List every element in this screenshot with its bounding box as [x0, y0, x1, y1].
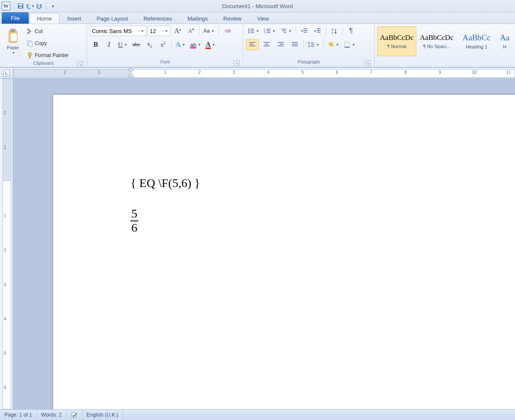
multilevel-icon [280, 28, 287, 34]
shading-button[interactable]: ▼ [326, 39, 341, 50]
numbering-button[interactable]: 123▼ [262, 25, 277, 36]
eraser-icon: A [223, 27, 231, 35]
group-clipboard: Paste ▼ Cut Copy Format Painter [0, 24, 87, 67]
group-paragraph: ▼ 123▼ ▼ AZ ¶ ▼ [243, 24, 375, 67]
increase-indent-button[interactable] [312, 25, 324, 36]
tab-page-layout[interactable]: Page Layout [89, 13, 135, 24]
word-icon: W [2, 2, 10, 10]
page[interactable]: { EQ \F(5,6) } 5 6 [53, 95, 515, 409]
tab-insert[interactable]: Insert [60, 13, 89, 24]
fraction[interactable]: 5 6 [130, 207, 138, 235]
strikethrough-button[interactable]: abc [130, 39, 142, 50]
highlight-button[interactable]: ab▼ [188, 39, 203, 50]
indent-icon [314, 28, 321, 34]
align-left-button[interactable] [246, 39, 259, 50]
paste-button[interactable]: Paste ▼ [3, 25, 23, 58]
subscript-button[interactable]: x2 [144, 39, 156, 50]
font-color-icon: A [206, 41, 211, 48]
font-size-combo[interactable]: ▼ [148, 26, 170, 36]
title-bar: W ▼ ▾ Document1 - Microsoft Word [0, 0, 515, 12]
bullets-button[interactable]: ▼ [246, 25, 261, 36]
italic-button[interactable]: I [103, 39, 115, 50]
font-color-button[interactable]: A▼ [204, 39, 217, 50]
dropdown-icon: ▼ [12, 51, 15, 55]
field-code-text[interactable]: { EQ \F(5,6) } [130, 176, 200, 190]
status-language[interactable]: English (U.K.) [82, 410, 123, 420]
word-window: W ▼ ▾ Document1 - Microsoft Word File Ho… [0, 0, 515, 420]
fraction-numerator: 5 [130, 207, 138, 221]
decrease-indent-button[interactable] [298, 25, 310, 36]
grow-font-button[interactable]: A▴ [172, 25, 184, 36]
save-button[interactable] [16, 1, 25, 11]
svg-rect-5 [10, 33, 17, 42]
change-case-button[interactable]: Aa▼ [202, 25, 216, 36]
bold-button[interactable]: B [90, 39, 102, 50]
undo-button[interactable]: ▼ [25, 1, 35, 11]
paste-icon [6, 29, 19, 44]
text-effects-button[interactable]: A▼ [174, 39, 187, 50]
justify-icon [291, 42, 298, 48]
scissors-icon [27, 28, 33, 35]
sort-button[interactable]: AZ [328, 25, 340, 36]
shrink-font-button[interactable]: A▾ [185, 25, 197, 36]
redo-button[interactable] [35, 1, 44, 11]
ribbon-tabs: File Home Insert Page Layout References … [0, 12, 515, 24]
document-area[interactable]: { EQ \F(5,6) } 5 6 [13, 79, 515, 409]
qat-customize-button[interactable]: ▾ [48, 1, 58, 11]
svg-rect-1 [19, 4, 22, 6]
font-launcher[interactable]: ↘ [233, 60, 239, 66]
status-proofing[interactable] [67, 410, 82, 420]
tab-selector[interactable]: L [0, 68, 13, 79]
numbering-icon: 123 [264, 28, 271, 34]
group-label-paragraph: Paragraph ↘ [246, 59, 372, 67]
copy-button[interactable]: Copy [25, 38, 84, 48]
tab-view[interactable]: View [250, 13, 276, 24]
line-spacing-icon [308, 41, 315, 48]
group-label-styles [377, 59, 512, 67]
align-right-button[interactable] [274, 39, 287, 50]
ruler-row: L 2 1 1 2 3 4 5 6 7 8 9 10 11 [0, 68, 515, 79]
align-center-button[interactable] [260, 39, 273, 50]
paragraph-launcher[interactable]: ↘ [365, 60, 371, 66]
tab-review[interactable]: Review [216, 13, 249, 24]
group-label-clipboard: Clipboard ↘ [3, 60, 84, 67]
font-size-input[interactable] [148, 28, 163, 34]
page-content[interactable]: { EQ \F(5,6) } 5 6 [130, 176, 200, 235]
tab-file[interactable]: File [2, 12, 29, 24]
style-heading1[interactable]: AaBbCc Heading 1 [457, 26, 496, 56]
cut-button[interactable]: Cut [25, 26, 84, 36]
outdent-icon [301, 28, 308, 34]
underline-button[interactable]: U▼ [116, 39, 129, 50]
superscript-button[interactable]: x2 [157, 39, 169, 50]
proof-icon [71, 411, 78, 418]
status-page[interactable]: Page: 1 of 1 [0, 410, 37, 420]
clear-formatting-button[interactable]: A [221, 25, 233, 36]
format-painter-button[interactable]: Format Painter [25, 50, 84, 60]
text-effect-icon: A [176, 40, 181, 49]
tab-home[interactable]: Home [30, 13, 59, 24]
style-normal[interactable]: AaBbCcDc ¶ Normal [377, 26, 416, 56]
style-heading2[interactable]: Aa H [497, 26, 512, 56]
indent-markers-icon[interactable] [128, 68, 133, 78]
dropdown-icon[interactable]: ▼ [139, 29, 146, 33]
multilevel-list-button[interactable]: ▼ [279, 25, 294, 36]
clipboard-launcher[interactable]: ↘ [77, 61, 83, 67]
style-no-spacing[interactable]: AaBbCcDc ¶ No Spaci... [417, 26, 456, 56]
tab-mailings[interactable]: Mailings [180, 13, 215, 24]
dropdown-icon[interactable]: ▼ [163, 29, 170, 33]
horizontal-ruler[interactable]: 2 1 1 2 3 4 5 6 7 8 9 10 11 [13, 68, 515, 79]
borders-button[interactable]: ▼ [342, 39, 357, 50]
font-name-combo[interactable]: ▼ [90, 26, 146, 36]
svg-text:Z: Z [331, 31, 333, 34]
font-name-input[interactable] [90, 28, 139, 34]
save-icon [17, 3, 24, 9]
justify-button[interactable] [288, 39, 301, 50]
vertical-ruler[interactable]: 2 1 1 2 3 4 5 6 [0, 79, 13, 409]
ribbon: Paste ▼ Cut Copy Format Painter [0, 24, 515, 68]
show-marks-button[interactable]: ¶ [345, 25, 357, 36]
tab-references[interactable]: References [136, 13, 179, 24]
status-words[interactable]: Words: 2 [37, 410, 67, 420]
redo-icon [36, 3, 43, 9]
align-right-icon [277, 42, 284, 48]
line-spacing-button[interactable]: ▼ [306, 39, 321, 50]
